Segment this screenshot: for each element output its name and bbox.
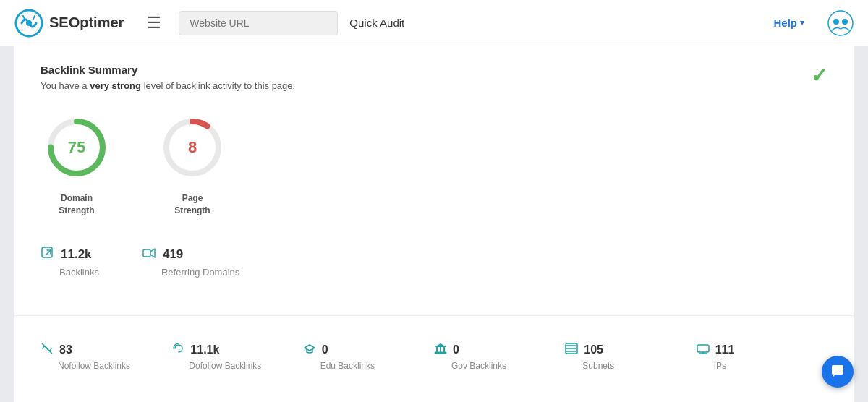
help-button[interactable]: Help ▾ [773, 17, 804, 29]
logo-icon [14, 9, 43, 38]
svg-point-1 [26, 20, 32, 26]
quick-audit-button[interactable]: Quick Audit [349, 17, 404, 29]
section-subtitle: You have a very strong level of backlink… [41, 80, 827, 91]
gauges-row: 75 DomainStrength 8 PageStrength [41, 111, 827, 217]
edu-value: 0 [322, 343, 328, 356]
help-chevron-icon: ▾ [800, 18, 804, 27]
backlinks-stat-top: 11.2k [41, 246, 92, 264]
svg-rect-14 [436, 347, 438, 352]
gov-label: Gov Backlinks [451, 361, 506, 371]
referring-domains-value: 419 [163, 247, 183, 262]
section-title: Backlink Summary [41, 64, 827, 76]
dofollow-backlinks-stat: 11.1k Dofollow Backlinks [171, 342, 302, 371]
stats-row: 11.2k Backlinks 419 [41, 246, 827, 278]
chat-bubble-button[interactable] [822, 356, 854, 388]
sidebar-left [0, 46, 14, 402]
svg-point-3 [833, 19, 839, 25]
subnets-value: 105 [584, 343, 603, 356]
referring-domains-stat: 419 Referring Domains [142, 246, 239, 278]
dofollow-icon [171, 342, 184, 358]
svg-point-4 [842, 19, 848, 25]
edu-backlinks-stat: 0 Edu Backlinks [303, 342, 434, 371]
referring-domains-stat-top: 419 [142, 246, 183, 264]
page-strength-label: PageStrength [174, 192, 210, 217]
dofollow-backlinks-top: 11.1k [171, 342, 219, 358]
domain-strength-gauge: 75 DomainStrength [41, 111, 113, 217]
dofollow-value: 11.1k [190, 343, 219, 356]
url-input[interactable] [179, 11, 338, 35]
hamburger-icon[interactable]: ☰ [141, 11, 167, 35]
checkmark-icon: ✓ [811, 64, 827, 87]
svg-rect-13 [435, 352, 446, 354]
svg-rect-16 [443, 347, 445, 352]
nofollow-label: Nofollow Backlinks [58, 361, 130, 371]
gov-backlinks-top: 0 [434, 342, 459, 358]
backlinks-label: Backlinks [59, 267, 99, 278]
subnets-icon [565, 342, 578, 358]
domain-strength-value: 75 [68, 138, 85, 157]
sidebar-right [854, 46, 868, 402]
svg-line-12 [42, 343, 52, 354]
avatar-icon[interactable] [827, 10, 854, 36]
page-strength-circle: 8 [156, 111, 229, 184]
backlink-summary-section: ✓ Backlink Summary You have a very stron… [14, 46, 854, 315]
nofollow-icon [41, 342, 54, 358]
subnets-top: 105 [565, 342, 603, 358]
ips-stat: 111 IPs [697, 342, 827, 371]
backlinks-icon [41, 246, 55, 264]
divider [14, 315, 854, 316]
subtitle-suffix: level of backlink activity to this page. [141, 80, 295, 91]
edu-backlinks-top: 0 [303, 342, 328, 358]
svg-point-2 [828, 11, 853, 35]
subtitle-emphasis: very strong [90, 80, 141, 91]
gov-icon [434, 342, 447, 358]
subtitle-prefix: You have a [41, 80, 90, 91]
gov-value: 0 [453, 343, 459, 356]
main-wrapper: ✓ Backlink Summary You have a very stron… [0, 46, 868, 402]
logo-area: SEOptimer [14, 9, 124, 38]
dofollow-label: Dofollow Backlinks [189, 361, 261, 371]
domain-strength-circle: 75 [41, 111, 113, 184]
svg-rect-15 [440, 347, 441, 352]
svg-rect-11 [143, 249, 150, 257]
page-strength-gauge: 8 PageStrength [156, 111, 229, 217]
subnets-stat: 105 Subnets [565, 342, 696, 371]
ips-label: IPs [714, 361, 726, 371]
header: SEOptimer ☰ Quick Audit Help ▾ [0, 0, 868, 46]
backlinks-value: 11.2k [61, 247, 92, 262]
help-label: Help [773, 17, 797, 29]
referring-domains-label: Referring Domains [161, 267, 239, 278]
content-card: ✓ Backlink Summary You have a very stron… [14, 46, 854, 402]
domain-strength-label: DomainStrength [59, 192, 94, 217]
logo-text: SEOptimer [49, 14, 124, 31]
referring-domains-icon [142, 246, 157, 264]
page-strength-value: 8 [188, 138, 197, 157]
bottom-stats-row: 83 Nofollow Backlinks 11.1k Dofollow Bac… [14, 330, 854, 382]
ips-value: 111 [715, 343, 735, 356]
svg-line-10 [46, 250, 51, 255]
edu-label: Edu Backlinks [320, 361, 375, 371]
svg-rect-21 [697, 345, 709, 352]
gov-backlinks-stat: 0 Gov Backlinks [434, 342, 565, 371]
ips-icon [697, 342, 710, 358]
nofollow-backlinks-top: 83 [41, 342, 72, 358]
ips-top: 111 [697, 342, 735, 358]
nofollow-backlinks-stat: 83 Nofollow Backlinks [41, 342, 171, 371]
edu-icon [303, 342, 316, 358]
nofollow-value: 83 [59, 343, 72, 356]
subnets-label: Subnets [582, 361, 614, 371]
backlinks-stat: 11.2k Backlinks [41, 246, 99, 278]
